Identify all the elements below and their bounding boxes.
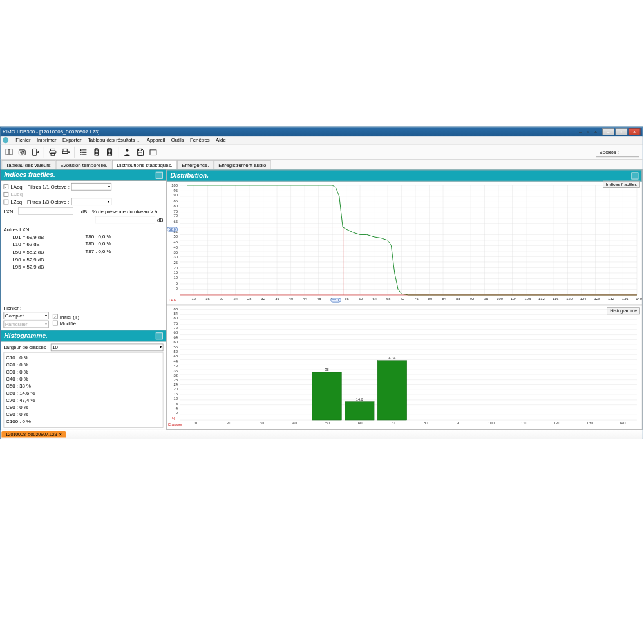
- list-item: C30 : 0 %: [6, 369, 160, 376]
- export-icon[interactable]: [30, 146, 41, 157]
- close-button[interactable]: ×: [629, 128, 641, 135]
- mdi-child-buttons[interactable]: – ▫ ×: [579, 129, 600, 135]
- svg-point-19: [108, 153, 109, 153]
- indices-header: Indices fractiles.: [1, 169, 166, 181]
- histogramme-chart: Histogramme 3814.647.4048121620242832364…: [166, 305, 642, 430]
- svg-point-14: [97, 153, 97, 153]
- svg-rect-6: [51, 153, 55, 155]
- list-item: C60 : 14,6 %: [6, 390, 160, 397]
- print-export-icon[interactable]: [61, 146, 71, 157]
- tab-emergence[interactable]: Emergence.: [177, 160, 213, 169]
- svg-rect-5: [50, 151, 56, 153]
- window-title: KIMO LDB300 - [12010008_50020807.L23]: [3, 129, 99, 135]
- svg-rect-108: [377, 360, 407, 419]
- camera-icon[interactable]: [17, 146, 28, 157]
- presence-input[interactable]: [95, 216, 155, 223]
- checkbox-modifie[interactable]: [53, 321, 58, 326]
- svg-rect-16: [108, 149, 111, 151]
- x-axis-label: LAN: [169, 298, 176, 302]
- lxn-input[interactable]: [18, 207, 73, 215]
- tab-evolution[interactable]: Evolution temporelle.: [56, 160, 112, 169]
- list-item: C50 : 38 %: [6, 383, 160, 390]
- combo-filter13[interactable]: ▾: [71, 198, 111, 205]
- menu-item[interactable]: Aide: [216, 137, 226, 143]
- copy-icon[interactable]: [156, 332, 163, 339]
- svg-point-20: [110, 153, 111, 153]
- svg-point-11: [95, 151, 96, 152]
- book-icon[interactable]: [3, 146, 14, 157]
- menu-item[interactable]: Exporter: [62, 137, 81, 143]
- societe-box: Société :: [596, 147, 639, 157]
- y-marker: 62.0: [167, 227, 178, 232]
- list-item: C20 : 0 %: [6, 362, 160, 369]
- combo-filter11[interactable]: ▾: [71, 183, 111, 191]
- checkbox-laeq[interactable]: [3, 184, 8, 189]
- histogramme-panel: Largeur de classes : 10▾ C10 : 0 %C20 : …: [1, 341, 166, 430]
- calculator-icon[interactable]: [104, 146, 115, 157]
- svg-point-12: [97, 151, 97, 152]
- menu-item[interactable]: Outils: [171, 137, 184, 143]
- tab-distributions[interactable]: Distributions statistiques.: [112, 160, 176, 169]
- svg-rect-3: [32, 149, 36, 155]
- svg-point-18: [110, 151, 111, 152]
- y-axis-label: %: [172, 417, 176, 421]
- toolbar: Société :: [1, 145, 643, 160]
- person-icon[interactable]: [122, 146, 133, 157]
- menu-item[interactable]: Tableau des résultats ...: [88, 137, 140, 143]
- svg-point-17: [108, 151, 109, 152]
- svg-rect-106: [345, 401, 374, 419]
- app-window: KIMO LDB300 - [12010008_50020807.L23] – …: [0, 127, 643, 439]
- tab-valeurs[interactable]: Tableau des valeurs: [1, 160, 55, 169]
- list-icon[interactable]: [78, 146, 89, 157]
- x-axis-label: Classes: [168, 422, 182, 427]
- svg-text:47.4: 47.4: [389, 356, 396, 360]
- svg-text:14.6: 14.6: [356, 397, 363, 401]
- minimize-button[interactable]: –: [602, 128, 614, 135]
- taskbar: 12010008_50020807.L23×: [1, 430, 643, 439]
- menu-item[interactable]: Fenêtres: [190, 137, 210, 143]
- histogramme-header: Histogramme.: [1, 330, 166, 341]
- svg-rect-22: [139, 149, 142, 151]
- device-icon[interactable]: [91, 146, 102, 157]
- fichier-section: Fichier : Complet▾ Particulier▾ Initial …: [1, 303, 166, 330]
- tabs-row: Tableau des valeurs Evolution temporelle…: [1, 160, 643, 169]
- checkbox-lzeq[interactable]: [3, 199, 8, 204]
- svg-point-13: [95, 153, 96, 153]
- window-icon[interactable]: [147, 146, 158, 157]
- svg-rect-104: [312, 372, 342, 420]
- indices-panel: LAeq Filtres 1/1 Octave : ▾ LCeq LZeq Fi…: [1, 181, 166, 273]
- svg-point-2: [21, 151, 23, 153]
- copy-icon[interactable]: [156, 171, 163, 178]
- svg-rect-10: [95, 149, 97, 151]
- svg-point-21: [126, 149, 128, 151]
- svg-rect-8: [62, 151, 68, 154]
- checkbox-initial[interactable]: [53, 314, 58, 319]
- x-marker: 55.1: [330, 298, 341, 302]
- close-icon[interactable]: ×: [59, 431, 62, 437]
- copy-icon[interactable]: [631, 172, 638, 179]
- svg-rect-7: [63, 149, 67, 151]
- list-item: C90 : 0 %: [6, 411, 160, 418]
- list-item: C10 : 0 %: [6, 355, 160, 362]
- app-icon: [3, 137, 8, 143]
- menu-item[interactable]: Appareil: [147, 137, 166, 143]
- menu-item[interactable]: Imprimer: [37, 137, 57, 143]
- list-item: C70 : 47,4 %: [6, 397, 160, 404]
- save-icon[interactable]: [135, 146, 146, 157]
- list-item: C110 : 0 %: [6, 425, 160, 428]
- distribution-chart: Distribution. Indices fractiles 05101520…: [166, 169, 642, 305]
- tab-audio[interactable]: Enregistrement audio: [214, 160, 270, 169]
- checkbox-lceq[interactable]: [3, 192, 8, 197]
- combo-largeur[interactable]: 10▾: [51, 344, 164, 352]
- titlebar[interactable]: KIMO LDB300 - [12010008_50020807.L23] – …: [1, 127, 643, 136]
- menu-item[interactable]: Fichier: [15, 137, 30, 143]
- combo-complet[interactable]: Complet▾: [3, 312, 48, 319]
- svg-point-1: [21, 151, 24, 154]
- print-icon[interactable]: [47, 146, 58, 157]
- task-tab[interactable]: 12010008_50020807.L23×: [1, 431, 66, 437]
- maximize-button[interactable]: ▫: [615, 128, 627, 135]
- svg-rect-24: [150, 149, 156, 155]
- list-item: C40 : 0 %: [6, 375, 160, 383]
- svg-rect-23: [138, 153, 142, 155]
- list-item: C100 : 0 %: [6, 418, 160, 425]
